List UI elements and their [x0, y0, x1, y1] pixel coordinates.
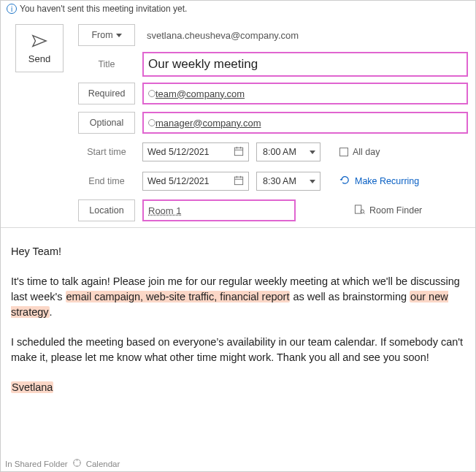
end-time-value: 8:30 AM	[263, 176, 296, 186]
allday-label: All day	[353, 147, 380, 157]
send-button[interactable]: Send	[15, 24, 64, 72]
title-value: Our weekly meeting	[148, 57, 258, 72]
title-label: Title	[78, 59, 135, 69]
svg-rect-0	[234, 148, 242, 156]
required-value: team@company.com	[156, 88, 245, 99]
presence-icon	[148, 90, 156, 97]
room-finder-icon	[354, 204, 365, 217]
body-greeting: Hey Team!	[11, 244, 465, 259]
end-time-label: End time	[78, 176, 135, 186]
location-value: Room 1	[148, 205, 182, 216]
body-paragraph-1: It's time to talk again! Please join me …	[11, 274, 465, 320]
chevron-down-icon	[310, 151, 315, 154]
location-input[interactable]: Room 1	[142, 199, 296, 221]
send-label: Send	[28, 53, 50, 64]
folder-text: In Shared Folder	[5, 460, 68, 468]
status-bar: In Shared Folder Calendar	[1, 456, 475, 471]
calendar-icon	[72, 458, 82, 469]
calendar-text: Calendar	[86, 460, 120, 468]
svg-line-10	[364, 213, 364, 213]
body-text: .	[50, 306, 53, 318]
send-icon	[31, 33, 47, 49]
start-date-input[interactable]: Wed 5/12/2021	[142, 142, 249, 161]
presence-icon	[148, 119, 156, 126]
optional-value: manager@company.com	[156, 118, 261, 129]
required-button[interactable]: Required	[78, 83, 135, 104]
calendar-icon	[234, 146, 244, 159]
make-recurring-button[interactable]: Make Recurring	[339, 175, 419, 188]
body-text: as well as brainstorming	[290, 291, 410, 302]
required-input[interactable]: team@company.com	[142, 83, 468, 104]
recurring-label: Make Recurring	[355, 176, 419, 186]
allday-checkbox[interactable]: All day	[339, 147, 380, 157]
checkbox-icon	[339, 148, 348, 156]
info-icon: i	[7, 4, 17, 14]
body-signature: Svetlana	[11, 381, 53, 393]
start-time-label: Start time	[78, 147, 135, 157]
end-time-input[interactable]: 8:30 AM	[256, 172, 320, 191]
from-label: From	[91, 30, 112, 40]
room-finder-button[interactable]: Room Finder	[354, 204, 422, 217]
highlight-topics: email campaign, web-site traffic, financ…	[66, 291, 291, 302]
meeting-header: Send From svetlana.cheusheva@company.com…	[1, 17, 475, 228]
calendar-icon	[234, 175, 244, 188]
optional-label: Optional	[90, 118, 124, 128]
title-input[interactable]: Our weekly meeting	[142, 52, 468, 77]
svg-rect-4	[234, 177, 242, 185]
info-text: You haven't sent this meeting invitation…	[20, 4, 187, 14]
required-label: Required	[88, 88, 126, 99]
start-time-value: 8:00 AM	[263, 147, 296, 157]
start-time-input[interactable]: 8:00 AM	[256, 142, 320, 161]
info-bar: i You haven't sent this meeting invitati…	[1, 1, 475, 17]
chevron-down-icon	[310, 180, 315, 183]
end-date-input[interactable]: Wed 5/12/2021	[142, 172, 249, 191]
from-button[interactable]: From	[78, 24, 135, 46]
message-body[interactable]: Hey Team! It's time to talk again! Pleas…	[1, 228, 475, 456]
body-paragraph-2: I scheduled the meeting based on everyon…	[11, 335, 465, 365]
location-button[interactable]: Location	[78, 199, 135, 221]
end-date-value: Wed 5/12/2021	[147, 176, 210, 186]
svg-rect-8	[355, 205, 361, 213]
optional-button[interactable]: Optional	[78, 112, 135, 134]
optional-input[interactable]: manager@company.com	[142, 112, 468, 134]
start-date-value: Wed 5/12/2021	[147, 147, 210, 157]
room-finder-label: Room Finder	[369, 205, 422, 216]
from-value: svetlana.cheusheva@company.com	[142, 30, 468, 41]
chevron-down-icon	[116, 34, 122, 37]
location-label: Location	[89, 205, 123, 216]
recurring-icon	[339, 175, 350, 188]
